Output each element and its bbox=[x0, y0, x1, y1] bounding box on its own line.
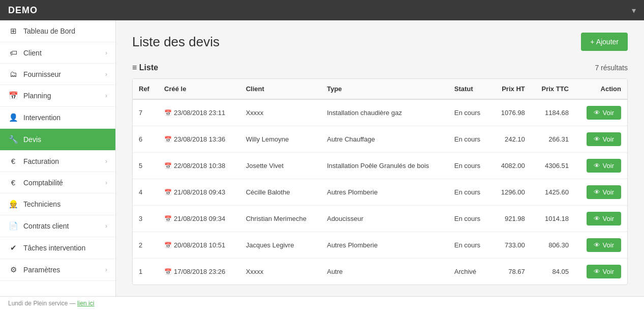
sidebar-label-facturation: Facturation bbox=[23, 157, 105, 165]
footer-link[interactable]: lien ici bbox=[77, 300, 94, 307]
voir-button-2[interactable]: 👁 Voir bbox=[587, 238, 621, 252]
calendar-icon: 📅 bbox=[164, 136, 172, 143]
eye-icon: 👁 bbox=[594, 109, 600, 117]
sidebar-item-devis[interactable]: 🔧Devis bbox=[0, 129, 115, 151]
cell-prix-ttc: 266.31 bbox=[531, 126, 575, 153]
devis-table: Ref Créé le Client Type Statut Prix HT P… bbox=[133, 79, 627, 285]
col-type: Type bbox=[321, 79, 448, 99]
chevron-icon-parametres: › bbox=[105, 266, 107, 273]
cell-prix-ttc: 1014.18 bbox=[531, 206, 575, 232]
devis-icon: 🔧 bbox=[8, 135, 18, 144]
techniciens-icon: 👷 bbox=[8, 200, 18, 209]
voir-button-5[interactable]: 👁 Voir bbox=[587, 159, 621, 173]
calendar-icon: 📅 bbox=[164, 109, 172, 117]
eye-icon: 👁 bbox=[594, 268, 600, 275]
cell-client: Xxxxx bbox=[240, 259, 321, 285]
calendar-icon: 📅 bbox=[164, 162, 172, 170]
main-content: Liste des devis + Ajouter ≡ Liste 7 résu… bbox=[116, 20, 644, 296]
table-row: 2📅20/08/2018 10:51Jacques LegivreAutres … bbox=[133, 232, 627, 259]
eye-icon: 👁 bbox=[594, 188, 600, 196]
page-header: Liste des devis + Ajouter bbox=[132, 33, 628, 51]
sidebar-item-techniciens[interactable]: 👷Techniciens bbox=[0, 193, 115, 215]
sidebar-label-devis: Devis bbox=[23, 135, 107, 144]
cell-prix-ttc: 1425.60 bbox=[531, 179, 575, 206]
voir-button-6[interactable]: 👁 Voir bbox=[587, 132, 621, 146]
sidebar-item-client[interactable]: 🏷Client› bbox=[0, 42, 115, 64]
contrats-client-icon: 📄 bbox=[8, 221, 18, 231]
table-row: 1📅17/08/2018 23:26XxxxxAutreArchivé78.67… bbox=[133, 259, 627, 285]
sidebar-item-intervention[interactable]: 👤Intervention bbox=[0, 107, 115, 129]
cell-cree-le: 📅21/08/2018 09:43 bbox=[158, 179, 240, 206]
cell-type: Autres Plomberie bbox=[321, 232, 448, 259]
voir-button-3[interactable]: 👁 Voir bbox=[587, 212, 621, 226]
cell-type: Autre bbox=[321, 259, 448, 285]
col-ref: Ref bbox=[133, 79, 158, 99]
cell-ref: 5 bbox=[133, 153, 158, 179]
cell-type: Adoucisseur bbox=[321, 206, 448, 232]
sidebar-label-intervention: Intervention bbox=[23, 114, 107, 122]
sidebar-item-comptabilite[interactable]: €Comptabilité› bbox=[0, 172, 115, 193]
cell-prix-ht: 921.98 bbox=[491, 206, 531, 232]
col-action: Action bbox=[575, 79, 627, 99]
cell-statut: En cours bbox=[448, 153, 491, 179]
chevron-icon-contrats-client: › bbox=[105, 222, 107, 230]
sidebar-item-parametres[interactable]: ⚙Paramètres› bbox=[0, 259, 115, 281]
app-title: DEMO bbox=[8, 5, 38, 16]
chevron-icon-comptabilite: › bbox=[105, 179, 107, 186]
sidebar-label-comptabilite: Comptabilité bbox=[23, 179, 105, 187]
cell-client: Jacques Legivre bbox=[240, 232, 321, 259]
cell-prix-ttc: 1184.68 bbox=[531, 99, 575, 126]
col-statut: Statut bbox=[448, 79, 491, 99]
sidebar-label-parametres: Paramètres bbox=[23, 266, 105, 274]
cell-action: 👁 Voir bbox=[575, 259, 627, 285]
cell-type: Autre Chauffage bbox=[321, 126, 448, 153]
sidebar-label-taches-intervention: Tâches intervention bbox=[23, 244, 107, 252]
eye-icon: 👁 bbox=[594, 215, 600, 222]
sidebar-item-contrats-client[interactable]: 📄Contrats client› bbox=[0, 215, 115, 237]
add-button[interactable]: + Ajouter bbox=[581, 33, 628, 51]
chevron-icon-facturation: › bbox=[105, 158, 107, 165]
section-title: ≡ Liste bbox=[132, 63, 158, 72]
table-row: 4📅21/08/2018 09:43Cécille BalotheAutres … bbox=[133, 179, 627, 206]
voir-button-4[interactable]: 👁 Voir bbox=[587, 185, 621, 199]
cell-client: Willy Lemoyne bbox=[240, 126, 321, 153]
planning-icon: 📅 bbox=[8, 91, 18, 100]
cell-ref: 4 bbox=[133, 179, 158, 206]
sidebar-label-fournisseur: Fournisseur bbox=[23, 70, 105, 78]
col-prix-ttc: Prix TTC bbox=[531, 79, 575, 99]
sidebar-item-tableau-de-bord[interactable]: ⊞Tableau de Bord bbox=[0, 20, 115, 42]
cell-cree-le: 📅22/08/2018 10:38 bbox=[158, 153, 240, 179]
sidebar-item-planning[interactable]: 📅Planning› bbox=[0, 85, 115, 107]
eye-icon: 👁 bbox=[594, 162, 600, 170]
devis-table-wrapper: Ref Créé le Client Type Statut Prix HT P… bbox=[132, 78, 628, 285]
table-row: 7📅23/08/2018 23:11XxxxxInstallation chau… bbox=[133, 99, 627, 126]
cell-prix-ttc: 84.05 bbox=[531, 259, 575, 285]
cell-prix-ht: 733.00 bbox=[491, 232, 531, 259]
eye-icon: 👁 bbox=[594, 135, 600, 143]
sidebar-label-contrats-client: Contrats client bbox=[23, 222, 105, 230]
cell-type: Installation chaudière gaz bbox=[321, 99, 448, 126]
footer: Lundi de Plein service — lien ici bbox=[0, 296, 644, 310]
voir-button-7[interactable]: 👁 Voir bbox=[587, 106, 621, 120]
cell-client: Xxxxx bbox=[240, 99, 321, 126]
sidebar-item-taches-intervention[interactable]: ✔Tâches intervention bbox=[0, 237, 115, 259]
tableau-de-bord-icon: ⊞ bbox=[8, 26, 18, 36]
sidebar-label-tableau-de-bord: Tableau de Bord bbox=[23, 27, 107, 35]
main-layout: ⊞Tableau de Bord🏷Client›🗂Fournisseur›📅Pl… bbox=[0, 20, 644, 296]
cell-cree-le: 📅20/08/2018 10:51 bbox=[158, 232, 240, 259]
cell-client: Christian Merimeche bbox=[240, 206, 321, 232]
calendar-icon: 📅 bbox=[164, 268, 172, 275]
cell-cree-le: 📅17/08/2018 23:26 bbox=[158, 259, 240, 285]
table-body: 7📅23/08/2018 23:11XxxxxInstallation chau… bbox=[133, 99, 627, 285]
sidebar-item-facturation[interactable]: €Facturation› bbox=[0, 151, 115, 172]
calendar-icon: 📅 bbox=[164, 189, 172, 196]
chevron-icon-fournisseur: › bbox=[105, 71, 107, 78]
cell-prix-ttc: 806.30 bbox=[531, 232, 575, 259]
sidebar-label-client: Client bbox=[23, 49, 105, 57]
table-row: 5📅22/08/2018 10:38Josette VivetInstallat… bbox=[133, 153, 627, 179]
footer-text: Lundi de Plein service — lien ici bbox=[8, 300, 94, 307]
voir-button-1[interactable]: 👁 Voir bbox=[587, 265, 621, 278]
sidebar-item-fournisseur[interactable]: 🗂Fournisseur› bbox=[0, 64, 115, 85]
chevron-icon-client: › bbox=[105, 49, 107, 57]
col-cree-le: Créé le bbox=[158, 79, 240, 99]
